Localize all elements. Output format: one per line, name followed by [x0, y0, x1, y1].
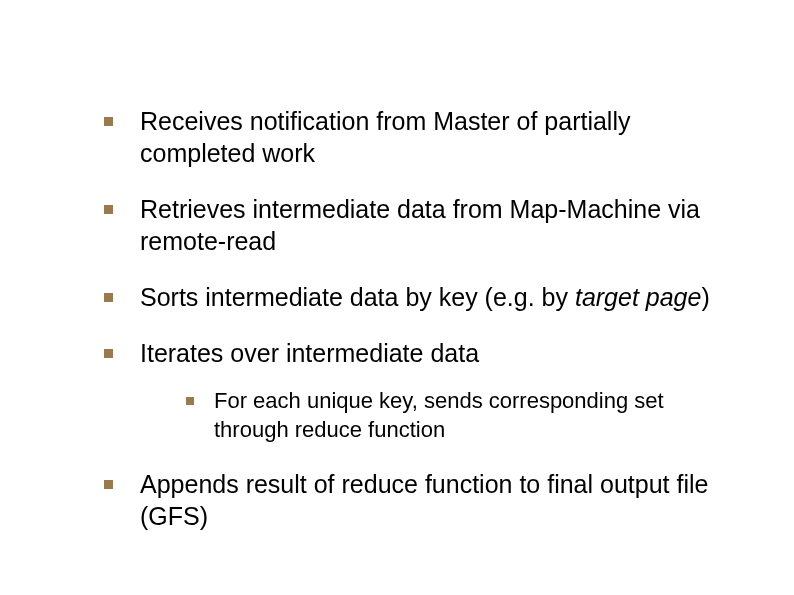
bullet-item: Iterates over intermediate data For each… [90, 337, 744, 444]
bullet-text: Iterates over intermediate data [140, 339, 479, 367]
bullet-text: Appends result of reduce function to fin… [140, 470, 708, 530]
bullet-item: Receives notification from Master of par… [90, 105, 744, 169]
bullet-item: Retrieves intermediate data from Map-Mac… [90, 193, 744, 257]
bullet-item: Appends result of reduce function to fin… [90, 468, 744, 532]
sub-bullet-list: For each unique key, sends corresponding… [168, 387, 744, 444]
bullet-item: Sorts intermediate data by key (e.g. by … [90, 281, 744, 313]
bullet-text-italic: target page [575, 283, 702, 311]
bullet-text: Receives notification from Master of par… [140, 107, 630, 167]
sub-bullet-text: For each unique key, sends corresponding… [214, 388, 664, 442]
slide-content: Receives notification from Master of par… [0, 0, 794, 595]
bullet-list: Receives notification from Master of par… [90, 105, 744, 532]
bullet-text: Retrieves intermediate data from Map-Mac… [140, 195, 700, 255]
bullet-text: Sorts intermediate data by key (e.g. by [140, 283, 575, 311]
sub-bullet-item: For each unique key, sends corresponding… [168, 387, 744, 444]
bullet-text: ) [701, 283, 709, 311]
